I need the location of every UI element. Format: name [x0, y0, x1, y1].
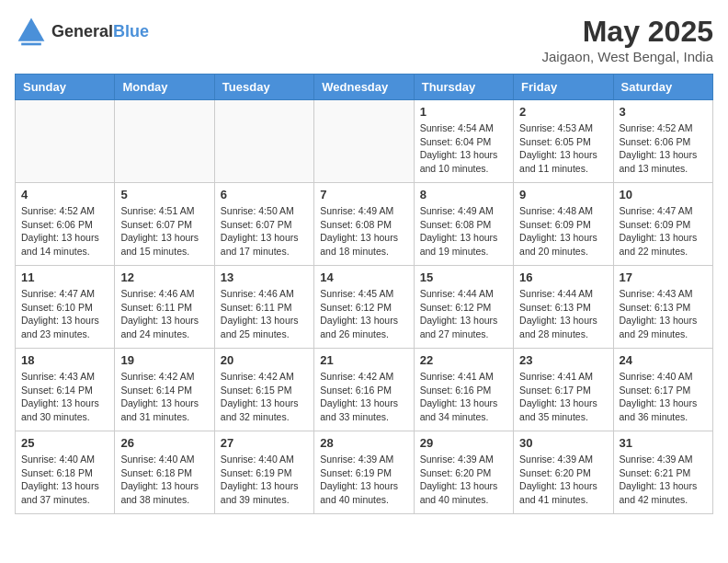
- day-number: 31: [620, 436, 707, 450]
- day-number: 23: [519, 353, 607, 367]
- day-info: Sunrise: 4:42 AM Sunset: 6:14 PM Dayligh…: [120, 370, 208, 424]
- calendar-cell: 16Sunrise: 4:44 AM Sunset: 6:13 PM Dayli…: [514, 266, 613, 349]
- weekday-header-tuesday: Tuesday: [214, 75, 313, 100]
- day-info: Sunrise: 4:40 AM Sunset: 6:18 PM Dayligh…: [21, 453, 108, 507]
- calendar-cell: 20Sunrise: 4:42 AM Sunset: 6:15 PM Dayli…: [214, 349, 313, 431]
- day-info: Sunrise: 4:45 AM Sunset: 6:12 PM Dayligh…: [320, 287, 407, 341]
- day-info: Sunrise: 4:41 AM Sunset: 6:17 PM Dayligh…: [519, 370, 607, 424]
- day-info: Sunrise: 4:40 AM Sunset: 6:17 PM Dayligh…: [620, 370, 707, 424]
- calendar-cell: 13Sunrise: 4:46 AM Sunset: 6:11 PM Dayli…: [214, 266, 313, 349]
- title-block: May 2025 Jaigaon, West Bengal, India: [541, 15, 713, 64]
- calendar-cell: [16, 100, 115, 183]
- logo-blue: Blue: [113, 22, 149, 40]
- day-number: 30: [519, 436, 607, 450]
- weekday-header-sunday: Sunday: [16, 75, 115, 100]
- day-info: Sunrise: 4:52 AM Sunset: 6:06 PM Dayligh…: [21, 204, 108, 259]
- day-info: Sunrise: 4:39 AM Sunset: 6:20 PM Dayligh…: [420, 453, 507, 507]
- calendar-table: SundayMondayTuesdayWednesdayThursdayFrid…: [15, 74, 713, 514]
- calendar-cell: 9Sunrise: 4:48 AM Sunset: 6:09 PM Daylig…: [514, 183, 613, 266]
- calendar-cell: 15Sunrise: 4:44 AM Sunset: 6:12 PM Dayli…: [414, 266, 513, 349]
- calendar-cell: 18Sunrise: 4:43 AM Sunset: 6:14 PM Dayli…: [16, 349, 115, 431]
- calendar-cell: 7Sunrise: 4:49 AM Sunset: 6:08 PM Daylig…: [314, 183, 414, 266]
- day-number: 3: [620, 105, 707, 119]
- calendar-cell: 30Sunrise: 4:39 AM Sunset: 6:20 PM Dayli…: [514, 431, 613, 514]
- day-info: Sunrise: 4:41 AM Sunset: 6:16 PM Dayligh…: [420, 370, 507, 424]
- logo-icon: [15, 15, 48, 48]
- calendar-cell: 11Sunrise: 4:47 AM Sunset: 6:10 PM Dayli…: [16, 266, 115, 349]
- day-number: 1: [420, 105, 507, 119]
- calendar-cell: 17Sunrise: 4:43 AM Sunset: 6:13 PM Dayli…: [613, 266, 712, 349]
- day-number: 19: [120, 353, 208, 367]
- day-info: Sunrise: 4:48 AM Sunset: 6:09 PM Dayligh…: [519, 204, 607, 259]
- svg-marker-0: [18, 18, 45, 41]
- calendar-cell: 10Sunrise: 4:47 AM Sunset: 6:09 PM Dayli…: [613, 183, 712, 266]
- day-info: Sunrise: 4:47 AM Sunset: 6:10 PM Dayligh…: [21, 287, 108, 341]
- day-info: Sunrise: 4:49 AM Sunset: 6:08 PM Dayligh…: [420, 204, 507, 259]
- day-number: 20: [221, 353, 308, 367]
- day-info: Sunrise: 4:53 AM Sunset: 6:05 PM Dayligh…: [519, 121, 607, 176]
- day-number: 10: [620, 188, 707, 201]
- day-number: 18: [21, 353, 108, 367]
- day-info: Sunrise: 4:44 AM Sunset: 6:12 PM Dayligh…: [420, 287, 507, 341]
- calendar-cell: [314, 100, 414, 183]
- calendar-cell: 24Sunrise: 4:40 AM Sunset: 6:17 PM Dayli…: [613, 349, 712, 431]
- calendar-cell: 29Sunrise: 4:39 AM Sunset: 6:20 PM Dayli…: [414, 431, 513, 514]
- calendar-cell: 6Sunrise: 4:50 AM Sunset: 6:07 PM Daylig…: [214, 183, 313, 266]
- calendar-cell: 8Sunrise: 4:49 AM Sunset: 6:08 PM Daylig…: [414, 183, 513, 266]
- day-number: 15: [420, 270, 507, 284]
- weekday-header-wednesday: Wednesday: [314, 75, 414, 100]
- weekday-header-thursday: Thursday: [414, 75, 513, 100]
- day-number: 22: [420, 353, 507, 367]
- day-number: 2: [519, 105, 607, 119]
- day-number: 24: [620, 353, 707, 367]
- day-info: Sunrise: 4:40 AM Sunset: 6:18 PM Dayligh…: [120, 453, 208, 507]
- weekday-header-monday: Monday: [115, 75, 214, 100]
- day-info: Sunrise: 4:49 AM Sunset: 6:08 PM Dayligh…: [320, 204, 407, 259]
- weekday-header-friday: Friday: [514, 75, 613, 100]
- calendar-cell: [115, 100, 214, 183]
- calendar-cell: 14Sunrise: 4:45 AM Sunset: 6:12 PM Dayli…: [314, 266, 414, 349]
- day-number: 13: [221, 270, 308, 284]
- day-number: 5: [120, 188, 208, 201]
- calendar-cell: 1Sunrise: 4:54 AM Sunset: 6:04 PM Daylig…: [414, 100, 513, 183]
- calendar-cell: 23Sunrise: 4:41 AM Sunset: 6:17 PM Dayli…: [514, 349, 613, 431]
- day-number: 26: [120, 436, 208, 450]
- day-info: Sunrise: 4:40 AM Sunset: 6:19 PM Dayligh…: [221, 453, 308, 507]
- day-number: 16: [519, 270, 607, 284]
- week-row-5: 25Sunrise: 4:40 AM Sunset: 6:18 PM Dayli…: [16, 431, 713, 514]
- day-info: Sunrise: 4:46 AM Sunset: 6:11 PM Dayligh…: [221, 287, 308, 341]
- calendar-cell: 27Sunrise: 4:40 AM Sunset: 6:19 PM Dayli…: [214, 431, 313, 514]
- calendar-cell: 4Sunrise: 4:52 AM Sunset: 6:06 PM Daylig…: [16, 183, 115, 266]
- location: Jaigaon, West Bengal, India: [541, 49, 713, 64]
- day-number: 11: [21, 270, 108, 284]
- day-info: Sunrise: 4:39 AM Sunset: 6:20 PM Dayligh…: [519, 453, 607, 507]
- calendar-cell: 21Sunrise: 4:42 AM Sunset: 6:16 PM Dayli…: [314, 349, 414, 431]
- day-info: Sunrise: 4:50 AM Sunset: 6:07 PM Dayligh…: [221, 204, 308, 259]
- day-info: Sunrise: 4:51 AM Sunset: 6:07 PM Dayligh…: [120, 204, 208, 259]
- day-number: 8: [420, 188, 507, 201]
- day-info: Sunrise: 4:47 AM Sunset: 6:09 PM Dayligh…: [620, 204, 707, 259]
- calendar-cell: 12Sunrise: 4:46 AM Sunset: 6:11 PM Dayli…: [115, 266, 214, 349]
- day-number: 29: [420, 436, 507, 450]
- calendar-cell: 31Sunrise: 4:39 AM Sunset: 6:21 PM Dayli…: [613, 431, 712, 514]
- day-number: 9: [519, 188, 607, 201]
- calendar-cell: 28Sunrise: 4:39 AM Sunset: 6:19 PM Dayli…: [314, 431, 414, 514]
- day-info: Sunrise: 4:39 AM Sunset: 6:21 PM Dayligh…: [620, 453, 707, 507]
- day-info: Sunrise: 4:42 AM Sunset: 6:15 PM Dayligh…: [221, 370, 308, 424]
- week-row-1: 1Sunrise: 4:54 AM Sunset: 6:04 PM Daylig…: [16, 100, 713, 183]
- day-number: 28: [320, 436, 407, 450]
- calendar-cell: [214, 100, 313, 183]
- svg-rect-1: [21, 43, 41, 46]
- day-info: Sunrise: 4:46 AM Sunset: 6:11 PM Dayligh…: [120, 287, 208, 341]
- day-info: Sunrise: 4:42 AM Sunset: 6:16 PM Dayligh…: [320, 370, 407, 424]
- day-number: 27: [221, 436, 308, 450]
- week-row-2: 4Sunrise: 4:52 AM Sunset: 6:06 PM Daylig…: [16, 183, 713, 266]
- day-info: Sunrise: 4:43 AM Sunset: 6:14 PM Dayligh…: [21, 370, 108, 424]
- day-number: 7: [320, 188, 407, 201]
- calendar-cell: 25Sunrise: 4:40 AM Sunset: 6:18 PM Dayli…: [16, 431, 115, 514]
- weekday-header-saturday: Saturday: [613, 75, 712, 100]
- logo-general: General: [51, 22, 113, 40]
- day-info: Sunrise: 4:44 AM Sunset: 6:13 PM Dayligh…: [519, 287, 607, 341]
- logo: GeneralBlue: [15, 15, 149, 48]
- calendar-cell: 22Sunrise: 4:41 AM Sunset: 6:16 PM Dayli…: [414, 349, 513, 431]
